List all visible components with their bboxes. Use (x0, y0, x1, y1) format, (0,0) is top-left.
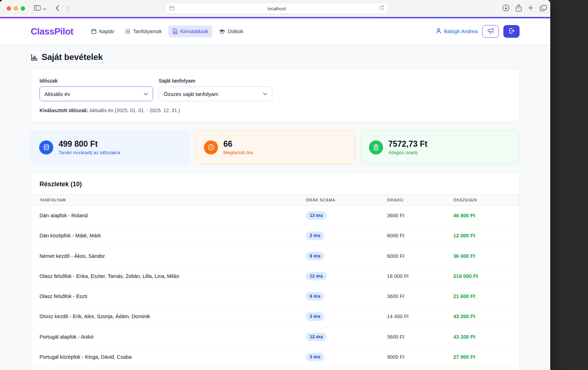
list-icon (125, 29, 131, 34)
rate-cell: 6000 Ft (387, 246, 453, 266)
column-header-orak-szama: Órák száma (306, 195, 387, 206)
details-table: Tanfolyam Órák száma Óradíj Összesen Dán… (31, 194, 519, 367)
course-select[interactable]: Összes saját tanfolyam (159, 86, 272, 101)
nav-item-label: Naptár (99, 29, 115, 34)
megaphone-icon (487, 28, 494, 35)
table-row: Portugál középfok - Kinga, Dávid, Csaba … (31, 347, 519, 367)
hours-badge: 12 óra (306, 272, 327, 280)
total-cell: 36 000 Ft (453, 246, 519, 266)
table-row: Német kezdő - Ákos, Sándor 6 óra 6000 Ft… (31, 246, 519, 266)
stat-label: Megtartott óra (223, 150, 253, 155)
sidebar-toggle-button[interactable] (34, 5, 46, 12)
course-cell: Olasz felsőfok - Eszti (31, 286, 306, 307)
bar-chart-icon (31, 54, 38, 61)
selected-period-summary: Kiválasztott időszak: Aktuális év (2025.… (40, 108, 511, 113)
column-header-osszesen: Összesen (453, 195, 519, 206)
toolbar-right (502, 0, 547, 17)
user-menu[interactable]: Balogh Andrea (436, 28, 478, 35)
share-button[interactable] (516, 4, 522, 13)
rate-cell: 14 400 Ft (387, 307, 453, 327)
page-proxy-icon (169, 5, 174, 12)
browser-window: localhost (0, 0, 550, 370)
graduation-cap-icon (219, 29, 225, 34)
logout-button[interactable] (503, 25, 520, 38)
rate-cell: 6000 Ft (387, 226, 453, 246)
nav-item-kimutatasok[interactable]: Kimutatások (168, 25, 213, 37)
address-bar[interactable]: localhost (166, 3, 388, 14)
stat-card-hours: 66 Megtartott óra (195, 131, 354, 164)
column-header-tanfolyam: Tanfolyam (31, 195, 306, 206)
nav-item-tanfolyamok[interactable]: Tanfolyamok (121, 25, 166, 37)
details-card: Részletek (10) Tanfolyam Órák száma Órad… (31, 172, 520, 370)
rate-cell: 18 000 Ft (387, 266, 453, 286)
table-row: Orosz kezdő - Erik, Alex, Szonja, Ádám, … (31, 307, 519, 327)
window-controls (7, 6, 25, 11)
filters-card: Időszak Aktuális év Saját tanfolyam Össz… (31, 69, 520, 122)
period-filter-label: Időszak (40, 78, 153, 84)
nav-item-naptar[interactable]: Naptár (87, 25, 119, 37)
course-cell: Orosz kezdő - Erik, Alex, Szonja, Ádám, … (31, 307, 306, 327)
table-row: Portugál alapfok - Anikó 12 óra 3600 Ft … (31, 327, 519, 347)
chevron-down-icon (43, 6, 46, 11)
stat-value: 499 800 Ft (59, 139, 120, 148)
chevron-right-icon (66, 5, 70, 12)
reload-button[interactable] (379, 5, 384, 12)
total-cell: 43 200 Ft (453, 327, 519, 347)
person-icon (436, 28, 442, 35)
details-title: Részletek (10) (31, 173, 519, 194)
browser-toolbar: localhost (0, 0, 550, 17)
period-filter-group: Időszak Aktuális év (40, 78, 153, 101)
user-name: Balogh Andrea (444, 29, 478, 34)
hours-badge: 6 óra (306, 292, 324, 301)
chevron-down-icon (144, 92, 148, 96)
hours-badge: 3 óra (306, 353, 324, 361)
page-content: Saját bevételek Időszak Aktuális év (0, 44, 550, 370)
course-cell: Német kezdő - Ákos, Sándor (31, 246, 306, 266)
app-logo[interactable]: ClassPilot (31, 26, 73, 37)
main-nav: Naptár Tanfolyamok Kimutatások (87, 25, 248, 37)
tabs-icon (540, 5, 547, 12)
download-icon (502, 4, 510, 13)
new-tab-button[interactable] (528, 5, 534, 12)
period-select[interactable]: Aktuális év (40, 86, 153, 101)
hours-badge: 2 óra (306, 231, 324, 240)
tab-overview-button[interactable] (540, 5, 547, 12)
rate-cell: 3600 Ft (387, 206, 453, 226)
course-cell: Portugál középfok - Kinga, Dávid, Csaba (31, 347, 306, 367)
url-text: localhost (174, 6, 379, 11)
total-cell: 216 000 Ft (453, 266, 519, 286)
chevron-down-icon (263, 92, 267, 96)
summary-label: Kiválasztott időszak: (40, 108, 88, 113)
nav-item-diakok[interactable]: Diákok (214, 25, 247, 37)
calculator-icon (369, 140, 383, 154)
table-row: Dán alapfok - Roland 13 óra 3600 Ft 46 8… (31, 206, 519, 226)
downloads-button[interactable] (502, 4, 510, 13)
report-icon (172, 29, 178, 34)
forward-button[interactable] (66, 5, 70, 12)
stat-cards: 499 800 Ft Tanári munkadíj az időszakra … (31, 131, 520, 164)
minimize-window-button[interactable] (14, 6, 18, 11)
close-window-button[interactable] (7, 6, 11, 11)
logout-icon (509, 28, 515, 35)
toolbar-left (34, 0, 70, 17)
course-select-value: Összes saját tanfolyam (164, 91, 218, 97)
back-button[interactable] (55, 5, 59, 12)
course-cell: Dán középfok - Máté, Márk (31, 226, 306, 246)
share-icon (516, 4, 522, 13)
rate-cell: 9000 Ft (387, 347, 453, 367)
stat-card-income: 499 800 Ft Tanári munkadíj az időszakra (31, 131, 190, 164)
stat-card-average: 7572,73 Ft Átlagos óradíj (360, 131, 520, 164)
column-header-oradij: Óradíj (387, 195, 453, 206)
clock-icon (204, 140, 218, 154)
chevron-left-icon (55, 5, 59, 12)
total-cell: 27 000 Ft (453, 347, 519, 367)
hours-badge: 3 óra (306, 312, 324, 321)
nav-item-label: Kimutatások (180, 29, 208, 34)
nav-item-label: Tanfolyamok (133, 29, 162, 34)
announcements-button[interactable] (482, 25, 499, 38)
zoom-window-button[interactable] (21, 6, 25, 11)
total-cell: 12 000 Ft (453, 226, 519, 246)
nav-item-label: Diákok (228, 29, 243, 34)
coins-icon (39, 140, 53, 154)
hours-badge: 6 óra (306, 252, 324, 260)
